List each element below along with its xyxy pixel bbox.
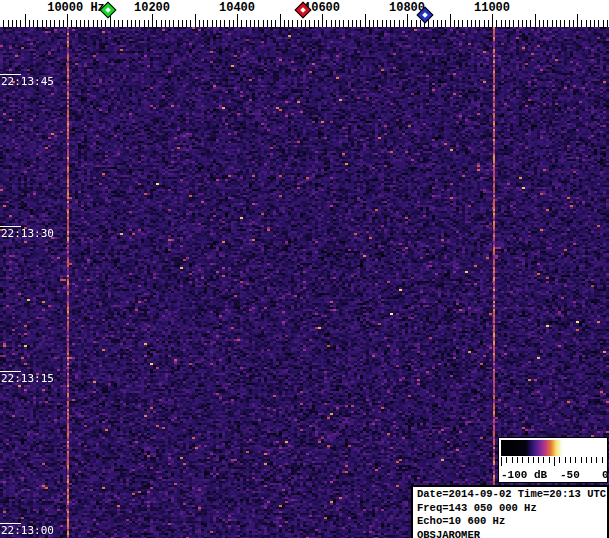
ruler-tick	[271, 20, 272, 27]
ruler-tick	[216, 20, 217, 27]
ruler-tick	[501, 20, 502, 27]
ruler-tick	[237, 14, 238, 27]
ruler-frequency-label: 10400	[219, 1, 255, 15]
ruler-tick	[603, 20, 604, 27]
ruler-tick	[156, 20, 157, 27]
info-line-observer: OBSJAROMER	[417, 529, 607, 538]
ruler-tick	[590, 20, 591, 27]
scale-db-label: -100 dB	[501, 469, 547, 481]
ruler-tick	[254, 20, 255, 27]
scale-tick	[575, 457, 576, 463]
ruler-tick	[241, 20, 242, 27]
ruler-tick	[50, 20, 51, 27]
spectrogram-app-window: 10000 Hz1020010400106001080011000 22:13:…	[0, 0, 609, 538]
ruler-tick	[76, 20, 77, 27]
ruler-tick	[454, 20, 455, 27]
ruler-tick	[122, 20, 123, 27]
ruler-tick	[513, 20, 514, 27]
ruler-tick	[475, 20, 476, 27]
ruler-tick	[471, 20, 472, 27]
scale-db-label: 0	[602, 469, 609, 481]
ruler-tick	[101, 20, 102, 27]
ruler-tick	[411, 20, 412, 27]
ruler-tick	[84, 20, 85, 27]
scale-tick	[522, 457, 523, 463]
color-scale-legend: -100 dB-500	[498, 437, 608, 483]
ruler-tick	[416, 20, 417, 27]
ruler-tick	[390, 20, 391, 27]
scale-tick	[543, 457, 544, 463]
ruler-tick	[20, 20, 21, 27]
scale-tick	[512, 457, 513, 463]
ruler-tick	[335, 20, 336, 27]
scale-tick	[517, 457, 518, 463]
ruler-tick	[88, 20, 89, 27]
ruler-tick	[105, 20, 106, 27]
ruler-tick	[352, 20, 353, 27]
ruler-tick	[46, 20, 47, 27]
scale-tick	[602, 457, 603, 463]
ruler-tick	[535, 14, 536, 27]
status-info-box: Date=2014-09-02 Time=20:13 UTC Freq=143 …	[411, 485, 609, 538]
ruler-tick	[479, 20, 480, 27]
scale-tick	[591, 457, 592, 463]
ruler-tick	[284, 20, 285, 27]
ruler-tick	[598, 20, 599, 27]
ruler-tick	[12, 20, 13, 27]
ruler-tick	[250, 20, 251, 27]
ruler-tick	[178, 20, 179, 27]
ruler-tick	[54, 20, 55, 27]
ruler-tick	[195, 14, 196, 27]
ruler-tick	[97, 20, 98, 27]
ruler-tick	[467, 20, 468, 27]
ruler-tick	[182, 20, 183, 27]
ruler-frequency-label: 11000	[474, 1, 510, 15]
time-label: 22:13:30	[1, 227, 54, 240]
info-line-echo: Echo=10 600 Hz	[417, 515, 607, 529]
color-scale-gradient	[501, 440, 605, 456]
ruler-tick	[450, 14, 451, 27]
ruler-tick	[33, 20, 34, 27]
ruler-tick	[161, 20, 162, 27]
ruler-tick	[314, 20, 315, 27]
ruler-tick	[301, 20, 302, 27]
ruler-tick	[169, 20, 170, 27]
ruler-tick	[258, 20, 259, 27]
time-label: 22:13:15	[1, 372, 54, 385]
scale-tick	[586, 457, 587, 463]
ruler-tick	[369, 20, 370, 27]
ruler-tick	[59, 20, 60, 27]
ruler-tick	[288, 20, 289, 27]
ruler-tick	[309, 20, 310, 27]
ruler-tick	[267, 20, 268, 27]
ruler-tick	[356, 20, 357, 27]
ruler-tick	[348, 20, 349, 27]
ruler-tick	[539, 20, 540, 27]
ruler-tick	[399, 20, 400, 27]
ruler-tick	[114, 20, 115, 27]
ruler-tick	[445, 20, 446, 27]
ruler-tick	[318, 20, 319, 27]
ruler-tick	[339, 20, 340, 27]
ruler-tick	[233, 20, 234, 27]
scale-tick	[581, 457, 582, 463]
ruler-tick	[505, 20, 506, 27]
scale-db-label: -50	[560, 469, 580, 481]
scale-tick	[501, 457, 502, 466]
ruler-tick	[573, 20, 574, 27]
ruler-tick	[93, 20, 94, 27]
ruler-tick	[135, 20, 136, 27]
scale-tick	[607, 457, 608, 466]
ruler-tick	[207, 20, 208, 27]
ruler-tick	[292, 20, 293, 27]
ruler-tick	[433, 20, 434, 27]
ruler-tick	[496, 20, 497, 27]
scale-tick	[565, 457, 566, 463]
scale-tick	[559, 457, 560, 463]
ruler-tick	[552, 20, 553, 27]
ruler-tick	[246, 20, 247, 27]
ruler-tick	[594, 20, 595, 27]
ruler-tick	[488, 20, 489, 27]
ruler-tick	[458, 20, 459, 27]
ruler-tick	[37, 20, 38, 27]
